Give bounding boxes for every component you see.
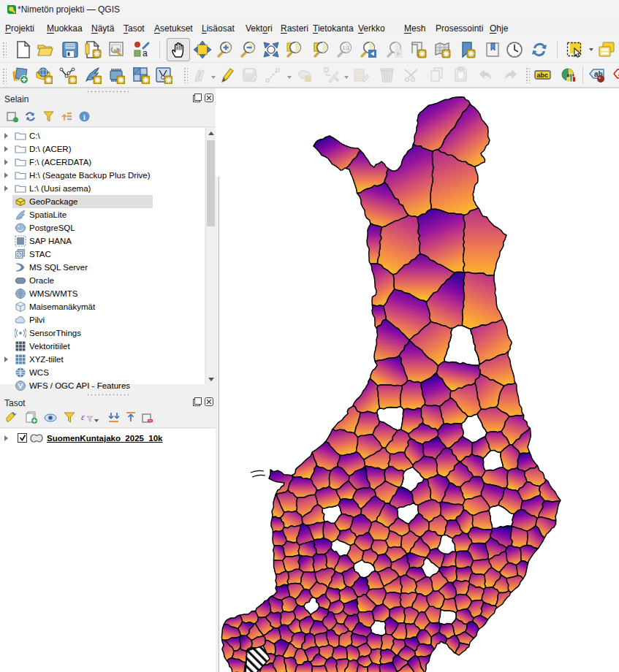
svg-text:i: i xyxy=(83,113,86,121)
svg-text:abc: abc xyxy=(537,72,549,79)
svg-text:a: a xyxy=(143,48,148,58)
svg-text:ε: ε xyxy=(81,412,85,422)
svg-text:1:1: 1:1 xyxy=(343,45,350,50)
